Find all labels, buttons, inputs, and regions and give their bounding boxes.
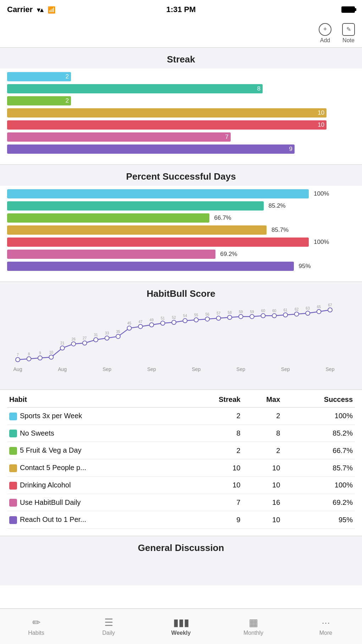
svg-text:31: 31 xyxy=(94,333,98,337)
svg-text:61: 61 xyxy=(284,308,288,312)
svg-text:54: 54 xyxy=(183,314,187,318)
percent-bar-value: 100% xyxy=(314,190,329,197)
percent-bar-fill xyxy=(7,189,309,198)
habit-max-cell: 10 xyxy=(242,511,282,529)
col-success: Success xyxy=(282,390,355,408)
streak-title: Streak xyxy=(0,48,362,69)
tab-daily[interactable]: ☰ Daily xyxy=(72,617,145,636)
habit-success-cell: 100% xyxy=(282,476,355,494)
table-row: Reach Out to 1 Per...91095% xyxy=(7,511,355,529)
svg-point-2 xyxy=(27,357,31,361)
streak-bar-row: 2 xyxy=(7,72,355,81)
svg-text:59: 59 xyxy=(250,310,254,314)
note-button[interactable]: ✎ Note xyxy=(342,23,355,44)
percent-bar-row: 100% xyxy=(7,189,355,198)
habit-name-cell: Drinking Alcohol xyxy=(7,476,186,494)
svg-text:27: 27 xyxy=(83,336,87,340)
score-title: HabitBull Score xyxy=(0,282,362,303)
habit-success-cell: 85.7% xyxy=(282,459,355,477)
add-label: Add xyxy=(320,37,330,44)
svg-text:Aug: Aug xyxy=(13,366,22,372)
svg-point-34 xyxy=(205,317,209,321)
percent-bar-row: 66.7% xyxy=(7,213,355,223)
habit-success-cell: 100% xyxy=(282,408,355,425)
habit-max-cell: 2 xyxy=(242,408,282,425)
percent-bar-value: 100% xyxy=(314,239,329,246)
streak-bar-fill: 10 xyxy=(7,108,327,118)
score-section: HabitBull Score 789102126273133354547495… xyxy=(0,282,362,389)
discussion-title: General Discussion xyxy=(7,536,355,557)
habit-max-cell: 10 xyxy=(242,459,282,477)
discussion-section: General Discussion xyxy=(0,536,362,585)
monthly-tab-label: Monthly xyxy=(243,630,263,636)
table-row: Use HabitBull Daily71669.2% xyxy=(7,494,355,511)
svg-text:51: 51 xyxy=(161,316,165,320)
svg-point-44 xyxy=(261,313,265,318)
table-section: Habit Streak Max Success Sports 3x per W… xyxy=(0,390,362,529)
svg-text:49: 49 xyxy=(150,318,154,322)
svg-point-38 xyxy=(227,315,232,320)
add-button[interactable]: + Add xyxy=(319,23,331,44)
percent-bar-value: 85.2% xyxy=(269,202,286,209)
svg-text:56: 56 xyxy=(205,312,210,316)
svg-point-12 xyxy=(83,341,87,345)
percent-bar-value: 95% xyxy=(299,263,311,270)
percent-bar-fill xyxy=(7,250,215,259)
svg-text:60: 60 xyxy=(272,309,276,313)
streak-bar-fill: 9 xyxy=(7,144,295,154)
svg-text:Sep: Sep xyxy=(326,366,335,372)
habit-max-cell: 2 xyxy=(242,442,282,459)
habits-tab-icon: ✏ xyxy=(32,617,40,628)
tab-habits[interactable]: ✏ Habits xyxy=(0,617,72,636)
streak-bar-value: 8 xyxy=(257,85,260,92)
weekly-tab-label: Weekly xyxy=(171,630,191,636)
streak-bar-value: 9 xyxy=(289,146,292,153)
tab-more[interactable]: ··· More xyxy=(290,617,362,636)
habit-color-dot xyxy=(9,516,17,524)
svg-text:60: 60 xyxy=(261,309,265,313)
habit-color-dot xyxy=(9,447,17,455)
svg-point-36 xyxy=(216,316,221,320)
streak-bar-chart: 282101079 xyxy=(7,69,355,157)
more-tab-icon: ··· xyxy=(322,617,330,628)
percent-bar-fill xyxy=(7,225,267,235)
svg-point-14 xyxy=(94,338,98,342)
svg-text:26: 26 xyxy=(72,337,76,341)
habit-color-dot xyxy=(9,482,17,490)
table-row: 5 Fruit & Veg a Day2266.7% xyxy=(7,442,355,459)
streak-bar-row: 7 xyxy=(7,132,355,142)
svg-point-20 xyxy=(127,326,131,330)
svg-point-4 xyxy=(38,356,42,360)
habit-name-cell: Use HabitBull Daily xyxy=(7,494,186,511)
nav-bar: + Add ✎ Note xyxy=(0,19,362,48)
habit-streak-cell: 9 xyxy=(186,511,243,529)
percent-section-header: Percent Successful Days xyxy=(0,165,362,186)
streak-bar-fill: 2 xyxy=(7,96,71,105)
svg-point-40 xyxy=(239,315,243,319)
habit-streak-cell: 2 xyxy=(186,408,243,425)
streak-bar-row: 10 xyxy=(7,108,355,118)
battery-icon xyxy=(341,6,355,13)
daily-tab-icon: ☰ xyxy=(104,617,113,628)
svg-point-48 xyxy=(283,313,287,317)
streak-chart-area: 282101079 xyxy=(0,69,362,164)
svg-point-8 xyxy=(60,346,65,350)
battery-area xyxy=(341,6,355,13)
tab-monthly[interactable]: ▦ Monthly xyxy=(217,617,290,636)
col-habit: Habit xyxy=(7,390,186,408)
percent-title: Percent Successful Days xyxy=(0,165,362,186)
daily-tab-label: Daily xyxy=(102,630,115,636)
habit-success-cell: 69.2% xyxy=(282,494,355,511)
streak-bar-fill: 8 xyxy=(7,84,263,93)
streak-bar-value: 10 xyxy=(318,109,324,116)
percent-chart-area: 100%85.2%66.7%85.7%100%69.2%95% xyxy=(0,186,362,282)
habit-color-dot xyxy=(9,499,17,507)
svg-text:62: 62 xyxy=(295,307,299,311)
percent-bar-row: 100% xyxy=(7,238,355,247)
col-streak: Streak xyxy=(186,390,243,408)
tab-weekly[interactable]: ▮▮▮ Weekly xyxy=(145,617,217,636)
svg-point-24 xyxy=(149,323,154,327)
svg-text:55: 55 xyxy=(194,313,198,317)
streak-bar-row: 10 xyxy=(7,120,355,130)
habit-max-cell: 8 xyxy=(242,425,282,442)
